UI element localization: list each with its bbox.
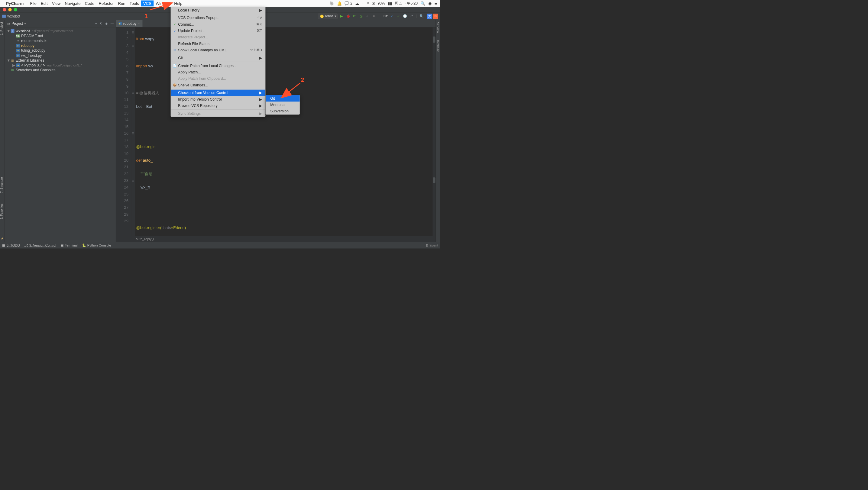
menu-view[interactable]: View	[50, 0, 63, 6]
menu-vcs[interactable]: VCS	[141, 0, 154, 6]
status-bar: ▦ 6: TODO ⎇ 9: Version Control ▣ Termina…	[0, 242, 440, 248]
menu-tools[interactable]: Tools	[128, 0, 141, 6]
check-icon: ✓	[173, 23, 177, 26]
menu-window[interactable]: Window	[154, 0, 172, 6]
python-icon: ▸	[16, 48, 20, 52]
menu-update[interactable]: ↙Update Project...⌘T	[171, 28, 266, 34]
close-tab-icon[interactable]: ×	[138, 22, 140, 25]
locate-icon[interactable]: ⌖	[95, 22, 97, 25]
collapse-icon[interactable]: ⇱	[100, 22, 102, 25]
folder-icon: ▸	[11, 29, 14, 33]
menu-checkout-vcs[interactable]: Checkout from Version Control▶	[171, 90, 266, 96]
menu-commit[interactable]: ✓Commit...⌘K	[171, 21, 266, 28]
editor-breadcrumb[interactable]: auto_reply()	[116, 236, 435, 242]
menu-local-history[interactable]: Local History▶	[171, 7, 266, 13]
control-center-icon[interactable]: ≣	[434, 1, 438, 6]
hide-icon[interactable]: —	[111, 22, 114, 25]
minimize-window-button[interactable]	[8, 8, 11, 11]
file-requirements[interactable]: ≡requirements.txt	[4, 38, 116, 43]
editor-pane: ▸ robot.py × 123456789101112131415161718…	[116, 20, 435, 242]
menu-run[interactable]: Run	[116, 0, 127, 6]
wechat-badge-icon[interactable]: 💬 2	[345, 1, 352, 5]
menu-code[interactable]: Code	[83, 0, 97, 6]
code-editor[interactable]: 1234567891011121314151617181920212223242…	[116, 27, 435, 236]
clock-text[interactable]: 周五 下午5:20	[395, 1, 418, 6]
menu-sync-settings: Sync Settings▶	[171, 110, 266, 117]
sogou-icon[interactable]: S	[372, 1, 375, 6]
menu-apply-patch[interactable]: Apply Patch...	[171, 69, 266, 75]
tool-project[interactable]: 1: Project	[0, 20, 4, 37]
menu-shelve[interactable]: 📦Shelve Changes...	[171, 82, 266, 88]
menu-create-patch[interactable]: 📄Create Patch from Local Changes...	[171, 63, 266, 69]
menu-help[interactable]: Help	[172, 0, 184, 6]
attach-button[interactable]: ⎆	[365, 14, 370, 19]
file-readme[interactable]: MDREADME.md	[4, 34, 116, 38]
vcs-revert-icon[interactable]: ↶	[409, 14, 414, 19]
menu-file[interactable]: File	[28, 0, 38, 6]
external-libraries[interactable]: ▼▦External Libraries	[4, 58, 116, 63]
tool-database[interactable]: Database	[436, 37, 439, 54]
submenu-subversion[interactable]: Subversion	[266, 108, 300, 115]
notification-icon[interactable]: 🔔	[337, 1, 342, 6]
vcs-history-icon[interactable]: 🕘	[403, 14, 407, 19]
submenu-git[interactable]: Git	[266, 95, 300, 101]
cloudapp-icon[interactable]: ☁	[355, 1, 359, 6]
python-sdk[interactable]: ▶▸< Python 3.7 >/usr/local/bin/python3.7	[4, 63, 116, 68]
project-header-label[interactable]: Project	[11, 22, 23, 26]
wifi-icon[interactable]: ⌔	[367, 1, 369, 6]
editor-tab-robot[interactable]: ▸ robot.py ×	[116, 20, 143, 27]
status-terminal[interactable]: ▣ Terminal	[60, 243, 78, 247]
menu-refresh[interactable]: Refresh File Status	[171, 40, 266, 47]
menu-refactor[interactable]: Refactor	[96, 0, 116, 6]
coverage-button[interactable]: ⟳	[352, 14, 356, 19]
project-pane: ▭ Project ▾ ⌖ ⇱ ✱ — ▼▸wxrobot~/PycharmPr…	[4, 20, 116, 242]
window-controls	[0, 8, 17, 11]
tool-favorites[interactable]: 2: Favorites	[0, 201, 4, 222]
vcs-commit-icon[interactable]: ✓	[396, 14, 401, 19]
battery-percent: 93%	[378, 1, 385, 5]
settings-icon[interactable]: ✱	[105, 22, 108, 25]
spotlight-icon[interactable]: 🔍	[421, 1, 425, 6]
siri-icon[interactable]: ◉	[428, 1, 432, 6]
status-vcs[interactable]: ⎇ 9: Version Control	[24, 243, 56, 247]
file-tuling[interactable]: ▸tuling_robot.py	[4, 48, 116, 53]
zoom-window-button[interactable]	[14, 8, 17, 11]
file-wxfriend[interactable]: ▸wx_friend.py	[4, 53, 116, 58]
menu-navigate[interactable]: Navigate	[63, 0, 83, 6]
project-tree[interactable]: ▼▸wxrobot~/PycharmProjects/wxrobot MDREA…	[4, 27, 116, 74]
bluetooth-icon[interactable]: ᚼ	[362, 1, 364, 6]
editor-scrollbar[interactable]	[433, 27, 435, 236]
status-console[interactable]: 🐍 Python Console	[82, 243, 111, 247]
search-icon[interactable]: 🔍	[420, 14, 424, 19]
menu-import-vcs[interactable]: Import into Version Control▶	[171, 96, 266, 102]
profile-button[interactable]: ◷	[359, 14, 363, 19]
status-todo[interactable]: ▦ 6: TODO	[2, 243, 20, 247]
evernote-icon[interactable]: 🐘	[330, 1, 334, 6]
submenu-mercurial[interactable]: Mercurial	[266, 101, 300, 108]
menu-edit[interactable]: Edit	[39, 0, 50, 6]
menu-browse-repo[interactable]: Browse VCS Repository▶	[171, 102, 266, 109]
battery-icon[interactable]: ▮▮	[388, 1, 392, 6]
library-icon: ▦	[11, 59, 14, 62]
tool-structure[interactable]: 7: Structure	[0, 175, 4, 195]
breadcrumb[interactable]: wxrobot	[2, 14, 20, 18]
menu-vcs-popup[interactable]: VCS Operations Popup...⌃V	[171, 15, 266, 21]
tool-sciview[interactable]: SciView	[436, 20, 439, 35]
scratches[interactable]: ▤Scratches and Consoles	[4, 68, 116, 72]
run-config-selector[interactable]: ⬤ robot	[318, 13, 338, 19]
fold-gutter[interactable]: ⊟⊟⊟⊟⊟	[131, 27, 135, 236]
stop-button[interactable]: ■	[371, 14, 376, 19]
translate-icon[interactable]: 文	[427, 13, 432, 19]
file-robot[interactable]: ▸robot.py	[4, 43, 116, 48]
menu-git[interactable]: Git▶	[171, 55, 266, 61]
vcs-dropdown: Local History▶ VCS Operations Popup...⌃V…	[171, 7, 266, 117]
menu-show-changes-uml[interactable]: ⊞Show Local Changes as UML⌥⇧⌘D	[171, 47, 266, 53]
close-window-button[interactable]	[3, 8, 6, 11]
project-icon: ▭	[7, 22, 10, 26]
vcs-update-icon[interactable]: ↙	[390, 14, 395, 19]
run-button[interactable]: ▶	[339, 14, 344, 19]
translate-g-icon[interactable]: G	[433, 13, 438, 19]
app-name: PyCharm	[6, 1, 24, 6]
debug-button[interactable]: 🐞	[346, 14, 350, 19]
menu-apply-clipboard: Apply Patch from Clipboard...	[171, 75, 266, 82]
